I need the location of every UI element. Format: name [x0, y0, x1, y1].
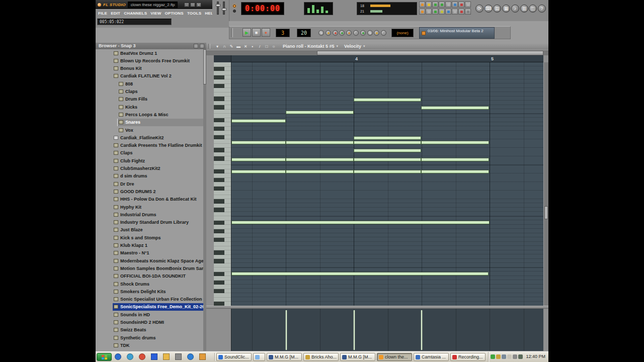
wait-input-button[interactable]	[333, 30, 338, 36]
piano-key[interactable]	[214, 178, 231, 183]
piano-roll-hscrollbar[interactable]	[206, 50, 548, 55]
magnet-snap-icon[interactable]: ∩	[221, 44, 227, 49]
toolbar-mini-button[interactable]	[419, 9, 425, 15]
menu-item-help[interactable]: HELP	[205, 11, 212, 16]
piano-key[interactable]	[214, 233, 231, 238]
piano-key[interactable]	[214, 238, 231, 242]
browser-item[interactable]: GOOD DRUMS 2	[96, 188, 203, 195]
toolbar-mini-button[interactable]	[439, 2, 445, 8]
battery-tray-icon[interactable]	[518, 354, 523, 359]
browser-item[interactable]: Modernbeats Kosmic Klapz Space Age U...	[96, 257, 203, 264]
piano-key[interactable]	[214, 148, 231, 152]
piano-note[interactable]	[286, 141, 354, 144]
taskbar-button[interactable]: Bricks Aho...	[303, 353, 339, 361]
browser-item[interactable]: TDK	[96, 341, 203, 349]
toolbar-mini-button[interactable]	[452, 9, 458, 15]
browser-item[interactable]: SoundsinHD 2 HDMI	[96, 319, 203, 326]
piano-key[interactable]	[214, 118, 231, 123]
blend-recording-button[interactable]	[339, 30, 345, 36]
piano-key[interactable]	[214, 281, 231, 285]
velocity-stem[interactable]	[286, 310, 287, 350]
piano-key[interactable]	[214, 298, 231, 302]
piano-note[interactable]	[286, 170, 354, 173]
piano-key[interactable]	[214, 302, 231, 306]
piano-note[interactable]	[421, 106, 489, 110]
browser-item[interactable]: Bonus Kit	[96, 65, 203, 72]
typing-keyboard-button[interactable]	[367, 30, 373, 36]
browser-item[interactable]: Drum Fills	[96, 96, 203, 103]
piano-key[interactable]	[214, 259, 231, 263]
browser-menu-button[interactable]	[194, 44, 198, 48]
browser-item[interactable]: Blown Up Records Free Drumkit	[96, 57, 203, 64]
menu-item-edit[interactable]: EDIT	[111, 11, 120, 16]
piano-key[interactable]	[214, 263, 231, 268]
minimize-button[interactable]: –	[184, 3, 189, 7]
pr-grid[interactable]	[231, 62, 543, 306]
piano-note[interactable]	[421, 170, 489, 173]
piano-key[interactable]	[214, 221, 231, 225]
browser-item[interactable]: Industrial Drums	[96, 211, 203, 218]
step-sequencer-button[interactable]: ▦	[502, 5, 510, 13]
piano-key[interactable]	[214, 250, 231, 255]
volume-tray-icon[interactable]	[507, 354, 512, 359]
piano-key[interactable]	[214, 246, 231, 251]
browser-item[interactable]: Just Blaze	[96, 226, 203, 234]
piano-key[interactable]	[214, 229, 231, 234]
loop-record-button[interactable]	[346, 30, 352, 36]
piano-key[interactable]	[214, 161, 231, 165]
piano-note[interactable]	[231, 158, 286, 161]
piano-key[interactable]	[214, 97, 231, 101]
piano-key[interactable]	[214, 67, 231, 71]
vel-area[interactable]	[231, 309, 543, 351]
options-menu-icon[interactable]: ▾	[214, 44, 220, 49]
velocity-stem[interactable]	[421, 310, 422, 350]
piano-key[interactable]	[214, 114, 231, 118]
target-control-selector[interactable]: Velocity	[344, 44, 361, 49]
pencil-icon[interactable]: ✎	[228, 44, 234, 49]
piano-key[interactable]	[214, 195, 231, 200]
stop-button[interactable]: ■	[252, 28, 261, 37]
piano-key[interactable]	[214, 199, 231, 204]
menu-item-tools[interactable]: TOOLS	[187, 11, 201, 16]
piano-key[interactable]	[214, 216, 231, 221]
piano-key[interactable]	[214, 131, 231, 135]
browser-item[interactable]: Swizz Beats	[96, 326, 203, 334]
piano-key[interactable]	[214, 267, 231, 272]
toolbar-mini-button[interactable]	[445, 2, 451, 8]
remote-control-display[interactable]: (none)	[391, 29, 414, 37]
piano-note[interactable]	[421, 141, 489, 144]
piano-key[interactable]	[214, 165, 231, 169]
multilink-button[interactable]	[360, 30, 366, 36]
browser-item[interactable]: Vox	[96, 126, 203, 134]
piano-note[interactable]	[231, 221, 490, 224]
piano-note[interactable]	[231, 170, 286, 173]
pattern-selector[interactable]: 3	[276, 29, 290, 37]
browser-header[interactable]: Browser - Snap 3	[96, 43, 206, 49]
velocity-stem[interactable]	[354, 310, 355, 350]
piano-key[interactable]	[214, 225, 231, 229]
piano-key[interactable]	[214, 139, 231, 144]
taskbar-button[interactable]: M.M.G [M...	[340, 353, 375, 361]
piano-key[interactable]	[214, 156, 231, 161]
mute-icon[interactable]: ▪	[250, 44, 256, 49]
piano-key[interactable]	[214, 293, 231, 298]
menu-item-view[interactable]: VIEW	[150, 11, 161, 16]
piano-key[interactable]	[214, 144, 231, 148]
piano-key[interactable]	[214, 169, 231, 174]
browser-item[interactable]: Percs Loops & Misc	[96, 111, 203, 118]
piano-key[interactable]	[214, 152, 231, 157]
close-button[interactable]: ×	[196, 3, 201, 7]
browser-item[interactable]: Snares	[96, 119, 203, 126]
piano-note[interactable]	[231, 272, 489, 276]
browser-close-button[interactable]	[200, 44, 204, 48]
browser-item[interactable]: Kick s and Stomps	[96, 234, 203, 241]
piano-key[interactable]	[214, 285, 231, 289]
usb-tray-icon[interactable]	[513, 354, 517, 359]
piano-key[interactable]	[214, 276, 231, 281]
browser-item[interactable]: Claps	[96, 88, 203, 96]
browser-item[interactable]: Hyphy Kit	[96, 203, 203, 211]
piano-key[interactable]	[214, 182, 231, 187]
taskbar-button[interactable]: M.M.G [M...	[267, 353, 302, 361]
toolbar-mini-button[interactable]	[458, 2, 464, 8]
piano-note[interactable]	[354, 170, 421, 173]
